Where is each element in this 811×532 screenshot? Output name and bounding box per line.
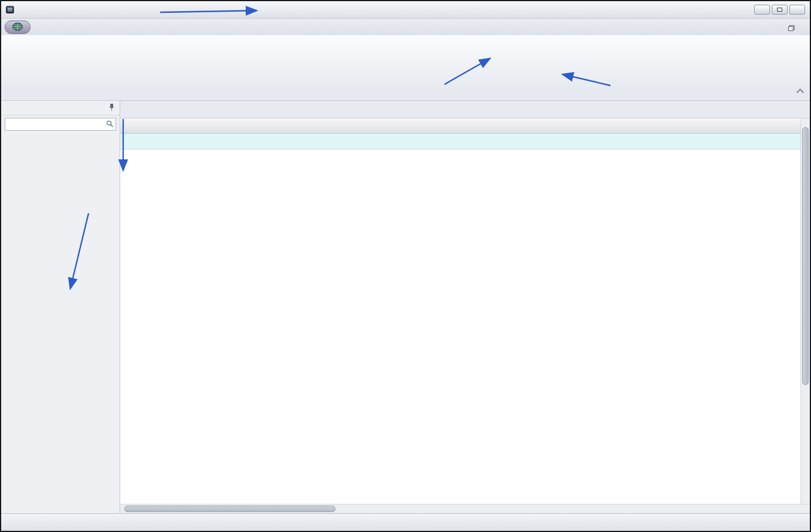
vertical-scrollbar-thumb[interactable] [802, 127, 809, 385]
links-tiles [1, 133, 120, 513]
ribbon-groups [1, 35, 810, 100]
ribbon-restore-icon[interactable] [788, 25, 795, 31]
app-icon[interactable] [6, 6, 14, 13]
minimize-button[interactable] [754, 5, 770, 15]
globe-icon [11, 22, 24, 33]
vertical-scrollbar[interactable] [800, 118, 810, 504]
pin-icon[interactable] [108, 103, 115, 112]
links-search-box [5, 118, 116, 131]
grid-filter-row [120, 134, 800, 149]
status-bar-info [789, 514, 804, 531]
application-menu-button[interactable] [5, 21, 30, 34]
status-bar [1, 513, 810, 531]
links-panel [1, 101, 120, 513]
grid-header-row [120, 118, 800, 134]
maximize-button[interactable] [772, 5, 788, 15]
close-button[interactable] [789, 5, 805, 15]
maximize-icon [777, 8, 782, 12]
app-window [0, 0, 811, 532]
search-icon[interactable] [106, 120, 113, 129]
customer-grid [120, 101, 810, 513]
grid-body [120, 149, 800, 504]
group-by-panel[interactable] [120, 101, 810, 118]
horizontal-scrollbar-thumb[interactable] [124, 506, 335, 512]
links-search-input[interactable] [5, 121, 106, 128]
horizontal-scrollbar[interactable] [120, 504, 810, 513]
ribbon-tab-row [1, 19, 810, 35]
title-bar [1, 1, 810, 19]
ribbon [1, 35, 810, 101]
